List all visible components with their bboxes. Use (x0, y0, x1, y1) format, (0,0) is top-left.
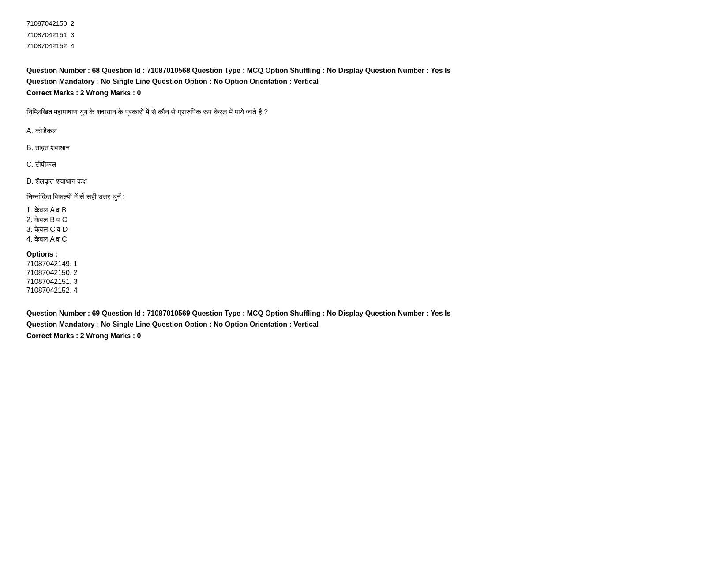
question-68-meta-line1: Question Number : 68 Question Id : 71087… (26, 65, 702, 76)
option-a-text: कोडेकल (35, 127, 57, 135)
option-d-label: D. (26, 178, 35, 185)
question-68-meta-line2: Question Mandatory : No Single Line Ques… (26, 76, 702, 87)
question-68-option-d: D. शैलकृत शवाधान कक्ष (26, 176, 702, 187)
answer-option-4: 4. केवल A व C (26, 235, 702, 243)
question-68-option-a: A. कोडेकल (26, 126, 702, 136)
option-a-label: A. (26, 127, 35, 135)
option-id-2: 71087042150. 2 (26, 269, 702, 277)
top-id-3: 71087042152. 4 (26, 40, 702, 52)
top-id-1: 71087042150. 2 (26, 18, 702, 29)
question-68-section: Question Number : 68 Question Id : 71087… (26, 65, 702, 295)
question-68-option-c: C. टोपीकल (26, 159, 702, 170)
question-68-meta: Question Number : 68 Question Id : 71087… (26, 65, 702, 99)
question-69-meta-line1: Question Number : 69 Question Id : 71087… (26, 308, 702, 319)
option-d-text: शैलकृत शवाधान कक्ष (35, 178, 87, 185)
option-b-text: ताबूत शवाधान (35, 144, 70, 151)
question-68-text: निम्लिखित महापाषाण युग के शवाधान के प्रक… (26, 106, 702, 118)
top-id-2: 71087042151. 3 (26, 29, 702, 41)
option-id-1: 71087042149. 1 (26, 260, 702, 268)
options-label: Options : (26, 250, 702, 258)
question-69-section: Question Number : 69 Question Id : 71087… (26, 308, 702, 342)
question-69-meta-line2: Question Mandatory : No Single Line Ques… (26, 319, 702, 330)
option-b-label: B. (26, 144, 35, 151)
answer-option-3: 3. केवल C व D (26, 226, 702, 234)
question-69-meta: Question Number : 69 Question Id : 71087… (26, 308, 702, 342)
answer-option-1: 1. केवल A व B (26, 206, 702, 214)
question-69-meta-line3: Correct Marks : 2 Wrong Marks : 0 (26, 330, 702, 342)
option-id-4: 71087042152. 4 (26, 287, 702, 295)
option-ids-list: 71087042149. 1 71087042150. 2 7108704215… (26, 260, 702, 295)
answer-intro: निम्नांकित विकल्पों में से सही उत्तर चुन… (26, 193, 702, 201)
answer-options-list: 1. केवल A व B 2. केवल B व C 3. केवल C व … (26, 206, 702, 243)
answer-option-2: 2. केवल B व C (26, 216, 702, 224)
top-ids-section: 71087042150. 2 71087042151. 3 7108704215… (26, 18, 702, 52)
question-68-meta-line3: Correct Marks : 2 Wrong Marks : 0 (26, 87, 702, 99)
option-id-3: 71087042151. 3 (26, 278, 702, 286)
option-c-label: C. (26, 161, 35, 168)
option-c-text: टोपीकल (35, 161, 56, 168)
question-68-option-b: B. ताबूत शवाधान (26, 143, 702, 153)
